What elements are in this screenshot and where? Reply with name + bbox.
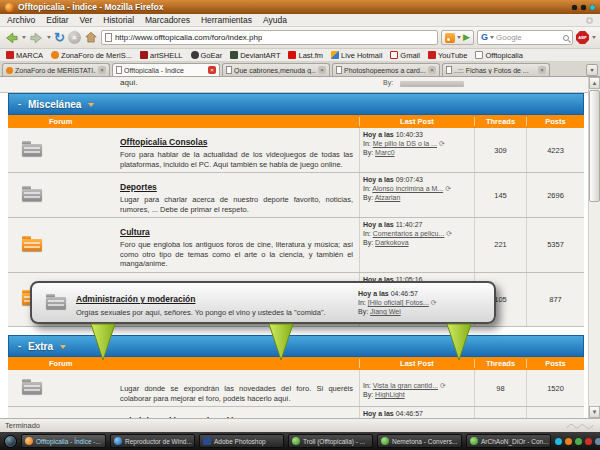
firefox-icon xyxy=(5,3,14,12)
last-post-author-link[interactable]: Marc0 xyxy=(375,149,394,156)
last-post-topic-link[interactable]: Vista la gran cantid... xyxy=(373,382,438,389)
forum-link[interactable]: Offtopicalia Consolas xyxy=(120,137,207,147)
home-button[interactable] xyxy=(84,31,98,44)
bookmark-youtube[interactable]: YouTube xyxy=(428,51,467,60)
adblock-icon[interactable]: ABP xyxy=(576,31,589,44)
bookmark-lastfm[interactable]: Last.fm xyxy=(288,51,323,60)
scroll-down-arrow[interactable]: ▼ xyxy=(589,406,600,418)
jump-to-post-icon[interactable]: ⟳ xyxy=(439,140,445,147)
search-engine-caret[interactable] xyxy=(490,36,494,39)
section-header-miscelanea[interactable]: - Miscelánea xyxy=(8,93,584,115)
last-post-topic-link[interactable]: Alonso incrimina a M... xyxy=(372,185,443,192)
minimize-button[interactable] xyxy=(572,5,577,10)
last-post-topic-link[interactable]: Comentarios a pelicu... xyxy=(373,230,445,237)
forum-link[interactable]: Cultura xyxy=(120,227,150,237)
taskbar-item-firefox[interactable]: Offtopicalia - Índice -... xyxy=(21,434,106,448)
taskbar-item-msn-nemetona[interactable]: Nemetona - Convers... xyxy=(377,434,462,448)
collapse-icon[interactable]: - xyxy=(18,99,21,109)
menu-ver[interactable]: Ver xyxy=(80,15,93,25)
tray-icon-orange[interactable] xyxy=(565,438,572,445)
popup-forum-link[interactable]: Administración y moderación xyxy=(76,294,196,304)
tray-icon-blue[interactable] xyxy=(555,438,562,445)
bookmark-zonaforo[interactable]: ZonaForo de MeriS... xyxy=(51,51,132,60)
tab-photoshopeemos[interactable]: Photoshopeemos a card...× xyxy=(332,63,440,76)
tab-favicon xyxy=(6,67,13,74)
url-bar[interactable]: http://www.offtopicalia.com/foro/index.p… xyxy=(101,30,438,45)
taskbar-item-wmp[interactable]: Reproductor de Wind... xyxy=(110,434,195,448)
tab-list-button[interactable]: ▾ xyxy=(586,64,598,76)
forum-link[interactable]: Deportes xyxy=(120,182,157,192)
vertical-scrollbar[interactable]: ▲ ▼ xyxy=(588,77,600,418)
start-button[interactable] xyxy=(4,435,17,448)
search-placeholder[interactable]: Google xyxy=(496,33,561,42)
search-icon[interactable] xyxy=(563,35,569,41)
collapse-icon[interactable]: - xyxy=(18,341,21,351)
drag-preview-popup[interactable]: Administración y moderación Orgías sexua… xyxy=(30,281,496,324)
bookmark-goear[interactable]: GoEar xyxy=(191,51,223,60)
jump-to-post-icon[interactable]: ⟳ xyxy=(440,382,446,389)
feed-caret[interactable] xyxy=(457,36,461,39)
chevron-down-icon[interactable] xyxy=(60,345,66,349)
tray-icon-green[interactable] xyxy=(575,438,582,445)
last-post-author-link[interactable]: Darkokova xyxy=(375,239,408,246)
forum-link[interactable]: Administración y moderación xyxy=(120,416,240,418)
tab-zonaforo[interactable]: ZonaForo de MERISTATI...× xyxy=(2,63,110,76)
bookmarks-toolbar: MARCA ZonaForo de MeriS... artSHELL GoEa… xyxy=(0,49,600,62)
bookmark-marca[interactable]: MARCA xyxy=(6,51,43,60)
column-threads: Threads xyxy=(474,117,526,126)
jump-to-post-icon[interactable]: ⟳ xyxy=(446,230,452,237)
window-titlebar[interactable]: Offtopicalia - Índice - Mozilla Firefox xyxy=(0,0,600,14)
menu-marcadores[interactable]: Marcadores xyxy=(145,15,190,25)
adblock-caret[interactable] xyxy=(592,36,596,39)
forward-history-caret[interactable] xyxy=(47,36,51,39)
jump-to-post-icon[interactable]: ⟳ xyxy=(445,185,451,192)
menu-editar[interactable]: Editar xyxy=(46,15,68,25)
maximize-button[interactable] xyxy=(581,5,586,10)
page-icon xyxy=(105,33,112,42)
bookmark-offtopicalia[interactable]: Offtopicalia xyxy=(475,51,522,60)
menu-herramientas[interactable]: Herramientas xyxy=(201,15,252,25)
last-post-author-link[interactable]: Atzarian xyxy=(375,194,401,201)
column-forum: Forum xyxy=(44,117,359,126)
stop-button[interactable]: × xyxy=(68,31,81,44)
close-button[interactable] xyxy=(590,5,595,10)
bookmark-gmail[interactable]: Gmail xyxy=(390,51,420,60)
tab-close-icon[interactable]: × xyxy=(538,66,546,74)
tab-que-cabrones[interactable]: Que cabrones,menuda g...× xyxy=(222,63,330,76)
threads-count: 74 xyxy=(474,407,526,418)
search-box[interactable]: G Google xyxy=(477,30,573,45)
menu-archivo[interactable]: Archivo xyxy=(7,15,35,25)
back-button[interactable] xyxy=(4,31,19,45)
taskbar-item-msn-troll[interactable]: Troll (Offtopicalia) - ... xyxy=(288,434,373,448)
tray-icon-red[interactable] xyxy=(585,438,592,445)
last-post-topic-link[interactable]: [Hilo oficial] Fotos... xyxy=(368,299,429,306)
back-history-caret[interactable] xyxy=(22,36,26,39)
rss-icon[interactable] xyxy=(445,33,455,43)
go-button[interactable]: ▶ xyxy=(463,33,470,42)
last-post-topic-link[interactable]: Me pillo la DS o la ... xyxy=(373,140,437,147)
menu-historial[interactable]: Historial xyxy=(103,15,134,25)
bookmark-deviantart[interactable]: DeviantART xyxy=(230,51,280,60)
tab-fichas-fotos[interactable]: ..::: Fichas y Fotos de ...× xyxy=(442,63,550,76)
reload-button[interactable]: ↻ xyxy=(54,31,65,44)
google-engine-icon[interactable]: G xyxy=(481,33,488,42)
last-post-author-link[interactable]: Jiang Wei xyxy=(370,308,401,315)
url-text[interactable]: http://www.offtopicalia.com/foro/index.p… xyxy=(115,33,263,42)
blurred-link[interactable] xyxy=(400,81,464,87)
menu-ayuda[interactable]: Ayuda xyxy=(263,15,287,25)
taskbar-item-photoshop[interactable]: Adobe Photoshop xyxy=(199,434,284,448)
chevron-down-icon[interactable] xyxy=(88,103,94,107)
scrollbar-thumb[interactable] xyxy=(589,90,600,202)
scroll-up-arrow[interactable]: ▲ xyxy=(589,77,600,89)
bookmark-hotmail[interactable]: Live Hotmail xyxy=(331,51,382,60)
tab-close-icon[interactable]: × xyxy=(98,66,106,74)
tab-close-icon[interactable]: × xyxy=(428,66,436,74)
forward-button[interactable] xyxy=(29,31,44,45)
tab-close-icon[interactable]: × xyxy=(318,66,326,74)
bookmark-artshell[interactable]: artSHELL xyxy=(140,51,183,60)
last-post-author-link[interactable]: HighLight xyxy=(375,391,405,398)
tray-icon-steel[interactable] xyxy=(595,438,600,445)
tab-offtopicalia-active[interactable]: Offtopicalia - Índice× xyxy=(112,63,220,76)
tab-close-icon[interactable]: × xyxy=(208,66,216,74)
taskbar-item-msn-archaon[interactable]: ArChAoN_DiOr - Con... xyxy=(466,434,551,448)
